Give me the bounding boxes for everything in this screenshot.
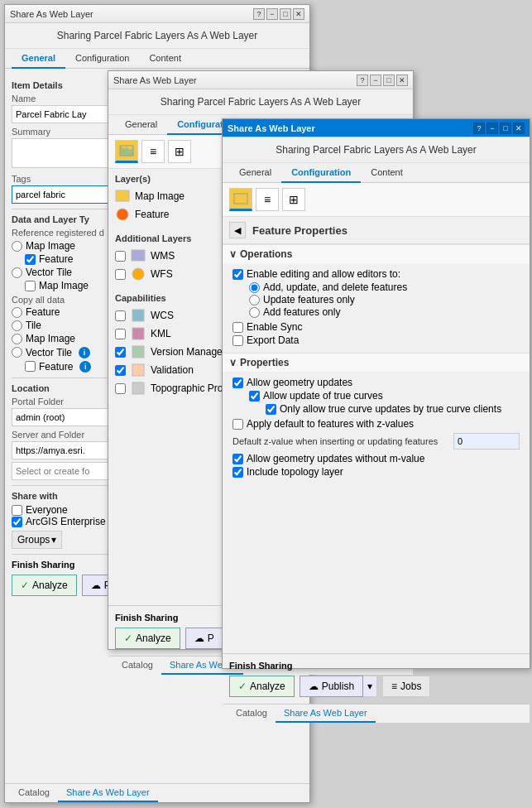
win1-analyze-button[interactable]: ✓ Analyze xyxy=(12,575,77,596)
win1-close-btn[interactable]: ✕ xyxy=(293,8,304,20)
op-update-only[interactable]: Update features only xyxy=(249,294,520,305)
topo-icon xyxy=(131,381,146,396)
svg-rect-10 xyxy=(132,382,144,394)
svg-rect-4 xyxy=(132,250,145,261)
z-value-input[interactable] xyxy=(453,433,520,450)
svg-rect-8 xyxy=(132,346,144,358)
win1-title: Share As Web Layer xyxy=(10,9,93,19)
win3-config-toolbar: ≡ ⊞ xyxy=(223,183,530,217)
allow-no-m-check[interactable]: Allow geometry updates without m-value xyxy=(232,453,520,464)
win2-icon-map[interactable] xyxy=(115,140,138,163)
win3-icon-pages[interactable]: ⊞ xyxy=(282,188,305,211)
win1-restore-btn[interactable]: □ xyxy=(280,8,291,20)
svg-rect-9 xyxy=(132,364,144,376)
properties-content: Allow geometry updates Allow update of t… xyxy=(223,372,530,483)
win3-publish-button[interactable]: ☁ Publish xyxy=(300,676,363,697)
win2-publish-group: ☁ P xyxy=(185,628,223,649)
z-value-row: Default z-value when inserting or updati… xyxy=(232,433,520,450)
info-icon-1: i xyxy=(79,347,90,358)
properties-section: ∨ Properties Allow geometry updates Allo… xyxy=(223,353,530,483)
win2-analyze-button[interactable]: ✓ Analyze xyxy=(115,628,180,649)
export-data-check[interactable]: Export Data xyxy=(232,334,520,346)
win3-close-btn[interactable]: ✕ xyxy=(513,123,525,134)
win3-controls: ? − □ ✕ xyxy=(473,123,525,134)
feature-properties-header: ◀ Feature Properties xyxy=(223,217,530,244)
win3-publish-arrow[interactable]: ▾ xyxy=(363,676,377,697)
win3-scroll: ∨ Operations Enable editing and allow ed… xyxy=(223,244,530,653)
win3-icon-map[interactable] xyxy=(229,188,252,211)
enable-editing-check[interactable]: Enable editing and allow editors to: xyxy=(232,268,520,280)
wfs-icon xyxy=(131,267,146,281)
map-image-icon xyxy=(115,189,130,204)
win3-subtitle: Sharing Parcel Fabric Layers As A Web La… xyxy=(223,137,530,163)
allow-true-curves-check[interactable]: Allow update of true curves xyxy=(249,390,520,402)
win1-tab-configuration[interactable]: Configuration xyxy=(65,49,139,69)
win2-question-btn[interactable]: ? xyxy=(357,75,368,86)
enable-sync-check[interactable]: Enable Sync xyxy=(232,321,520,333)
win1-question-btn[interactable]: ? xyxy=(253,8,265,20)
feature-properties-title: Feature Properties xyxy=(252,224,347,237)
only-true-curves-check[interactable]: Only allow true curve updates by true cu… xyxy=(266,403,520,415)
win2-minimize-btn[interactable]: − xyxy=(370,75,381,86)
operations-section: ∨ Operations Enable editing and allow ed… xyxy=(223,244,530,351)
win2-publish-button[interactable]: ☁ P xyxy=(185,628,223,649)
svg-rect-6 xyxy=(132,310,144,321)
win2-icon-pages[interactable]: ⊞ xyxy=(168,140,191,163)
win1-tabs: General Configuration Content xyxy=(5,49,309,69)
info-icon-2: i xyxy=(79,361,91,373)
win3-tab-content[interactable]: Content xyxy=(361,163,413,183)
win3-finish-section: Finish Sharing ✓ Analyze ☁ Publish ▾ ≡ J… xyxy=(223,653,530,704)
win2-icon-list[interactable]: ≡ xyxy=(141,140,165,163)
include-topology-check[interactable]: Include topology layer xyxy=(232,466,520,478)
properties-header[interactable]: ∨ Properties xyxy=(223,353,530,372)
win1-tab-general[interactable]: General xyxy=(12,49,65,69)
back-button[interactable]: ◀ xyxy=(229,222,246,238)
op-add-only[interactable]: Add features only xyxy=(249,306,520,318)
win1-bottom-tabs: Catalog Share As Web Layer xyxy=(5,783,309,802)
win3-bottom-share[interactable]: Share As Web Layer xyxy=(276,705,376,723)
win2-subtitle: Sharing Parcel Fabric Layers As A Web La… xyxy=(108,89,413,115)
groups-button[interactable]: Groups ▾ xyxy=(12,531,62,549)
operations-header[interactable]: ∨ Operations xyxy=(223,244,530,263)
win3-bottom-tabs: Catalog Share As Web Layer xyxy=(223,704,530,723)
win2-restore-btn[interactable]: □ xyxy=(383,75,395,86)
version-icon xyxy=(131,344,146,359)
win3-analyze-button[interactable]: ✓ Analyze xyxy=(229,676,295,697)
win1-controls: ? − □ ✕ xyxy=(253,8,304,20)
operations-content: Enable editing and allow editors to: Add… xyxy=(223,263,530,351)
win2-title: Share As Web Layer xyxy=(113,75,197,85)
allow-geometry-check[interactable]: Allow geometry updates xyxy=(232,377,520,388)
win3-body: ∨ Operations Enable editing and allow ed… xyxy=(223,244,530,704)
title-bar-2: Share As Web Layer ? − □ ✕ xyxy=(108,71,413,89)
win1-tab-content[interactable]: Content xyxy=(139,49,191,69)
win2-bottom-catalog[interactable]: Catalog xyxy=(113,656,161,675)
z-value-label: Default z-value when inserting or updati… xyxy=(232,435,448,447)
title-bar-1: Share As Web Layer ? − □ ✕ xyxy=(5,5,309,23)
validation-icon xyxy=(131,363,146,378)
win2-controls: ? − □ ✕ xyxy=(357,75,408,86)
win3-restore-btn[interactable]: □ xyxy=(500,123,511,134)
svg-point-3 xyxy=(117,209,128,220)
win3-jobs-button[interactable]: ≡ Jobs xyxy=(382,676,430,697)
win3-minimize-btn[interactable]: − xyxy=(486,123,498,134)
win3-tab-general[interactable]: General xyxy=(229,163,281,183)
wms-icon xyxy=(131,248,146,263)
win3-icon-list[interactable]: ≡ xyxy=(256,188,279,211)
svg-rect-2 xyxy=(116,190,129,201)
win2-tab-general[interactable]: General xyxy=(115,115,167,135)
wcs-icon xyxy=(131,308,146,323)
win1-bottom-catalog[interactable]: Catalog xyxy=(10,784,58,802)
op-add-update-delete[interactable]: Add, update, and delete features xyxy=(249,281,520,293)
window-3: Share As Web Layer ? − □ ✕ Sharing Parce… xyxy=(222,118,530,669)
title-bar-3: Share As Web Layer ? − □ ✕ xyxy=(223,119,530,137)
win1-bottom-share[interactable]: Share As Web Layer xyxy=(58,784,158,802)
win3-title: Share As Web Layer xyxy=(228,123,315,133)
win3-publish-group: ☁ Publish ▾ xyxy=(300,676,377,697)
win2-close-btn[interactable]: ✕ xyxy=(396,75,408,86)
win3-tab-configuration[interactable]: Configuration xyxy=(281,163,361,183)
win3-bottom-catalog[interactable]: Catalog xyxy=(228,705,276,723)
win1-minimize-btn[interactable]: − xyxy=(266,8,278,20)
svg-rect-7 xyxy=(132,328,144,339)
win3-question-btn[interactable]: ? xyxy=(473,123,485,134)
apply-default-check[interactable]: Apply default to features with z-values xyxy=(232,418,520,430)
